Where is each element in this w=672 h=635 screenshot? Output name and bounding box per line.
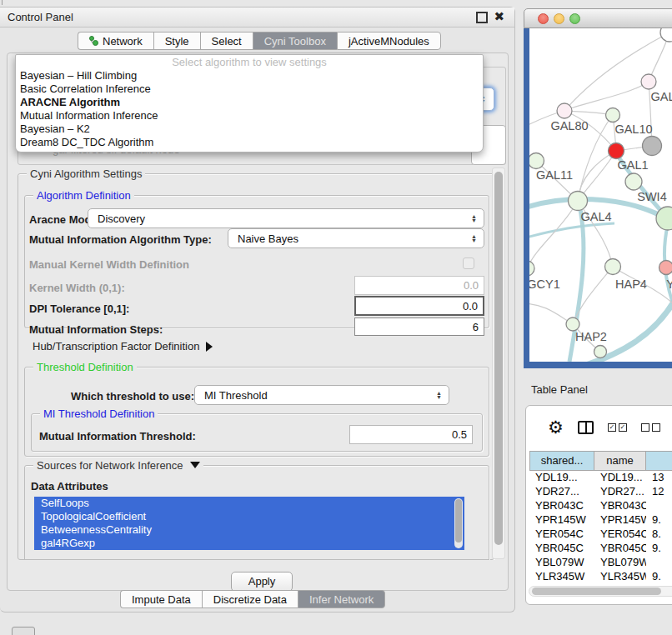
data-attributes-list[interactable]: SelfLoopsTopologicalCoefficientBetweenne… bbox=[34, 497, 464, 550]
node-table: shared...nameYDL19...YDL19...13YDR27...Y… bbox=[529, 451, 672, 598]
node-label: GAL11 bbox=[536, 168, 573, 182]
which-threshold-select[interactable]: MI Threshold ▲▼ bbox=[194, 385, 449, 405]
mi-algorithm-type-select[interactable]: Naive Bayes ▲▼ bbox=[228, 228, 484, 248]
collapsed-arrow-icon bbox=[206, 342, 213, 352]
algorithm-option[interactable]: Basic Correlation Inference bbox=[16, 82, 483, 96]
tab-jactivemnodules[interactable]: jActiveMNodules bbox=[337, 32, 441, 50]
attribute-item[interactable]: gal4RGexp bbox=[34, 537, 464, 550]
network-node-hap2[interactable] bbox=[566, 318, 579, 331]
network-node-gal10[interactable] bbox=[606, 108, 620, 122]
select-all-columns-icon[interactable]: ✓✓ bbox=[608, 423, 627, 432]
table-hscrollbar[interactable] bbox=[529, 586, 672, 597]
network-window-titlebar[interactable] bbox=[524, 8, 672, 28]
network-node-gal4[interactable] bbox=[569, 192, 588, 211]
tab-select[interactable]: Select bbox=[200, 32, 253, 50]
network-node-swi4[interactable] bbox=[625, 173, 642, 190]
network-node[interactable] bbox=[660, 28, 672, 42]
network-node-hap4[interactable] bbox=[605, 259, 621, 275]
network-node-gal80[interactable] bbox=[557, 103, 572, 118]
control-panel-titlebar[interactable]: Control Panel ✖ bbox=[0, 8, 514, 28]
column-header[interactable] bbox=[646, 451, 672, 471]
table-cell: YBR045C bbox=[594, 542, 646, 556]
attribute-item[interactable]: BetweennessCentrality bbox=[34, 523, 464, 537]
node-label: GCY1 bbox=[529, 278, 560, 291]
table-cell bbox=[646, 556, 672, 570]
tab-infer-network[interactable]: Infer Network bbox=[298, 590, 385, 608]
table-cell: 12 bbox=[646, 485, 672, 499]
sources-title-toggle[interactable]: Sources for Network Inference bbox=[33, 459, 203, 472]
dpi-tolerance-input[interactable]: 0.0 bbox=[354, 296, 484, 316]
table-row[interactable]: YER054CYER054C8. bbox=[529, 528, 672, 542]
table-row[interactable]: YDR27...YDR27...12 bbox=[529, 485, 672, 499]
network-node-gal11[interactable] bbox=[529, 153, 544, 169]
apply-button[interactable]: Apply bbox=[231, 572, 293, 592]
settings-scrollbar[interactable] bbox=[492, 168, 505, 559]
network-node[interactable] bbox=[594, 346, 607, 358]
network-node-gal1[interactable] bbox=[609, 143, 624, 159]
attributes-scrollbar[interactable] bbox=[454, 498, 463, 548]
table-row[interactable]: YBR043CYBR043C bbox=[529, 499, 672, 513]
close-icon[interactable]: ✖ bbox=[494, 12, 504, 22]
tab-discretize-data[interactable]: Discretize Data bbox=[202, 590, 298, 608]
table-cell: YBR043C bbox=[594, 499, 646, 513]
algorithm-option[interactable]: ARACNE Algorithm bbox=[16, 96, 483, 109]
hub-definition-toggle[interactable]: Hub/Transcription Factor Definition bbox=[33, 340, 213, 352]
table-cell: YDL19... bbox=[529, 471, 594, 485]
columns-icon[interactable] bbox=[578, 421, 594, 434]
kernel-width-label: Kernel Width (0,1): bbox=[29, 282, 125, 294]
minimize-traffic-light-icon[interactable] bbox=[554, 13, 564, 24]
table-row[interactable]: YBR045CYBR045C9. bbox=[529, 542, 672, 556]
float-window-icon[interactable] bbox=[476, 12, 488, 23]
mi-steps-input[interactable]: 6 bbox=[354, 318, 484, 336]
kernel-width-input[interactable]: 0.0 bbox=[354, 276, 484, 295]
network-node-y[interactable] bbox=[659, 261, 672, 275]
table-cell: YBL079W bbox=[594, 556, 646, 570]
table-row[interactable]: YBL079WYBL079W bbox=[529, 556, 672, 570]
network-canvas[interactable]: GALGAL80GAL10GAL1GAL11SWI4GAL4GCY1HAP4YH… bbox=[529, 28, 672, 362]
group-title: Threshold Definition bbox=[33, 361, 137, 373]
group-title: Algorithm Definition bbox=[33, 189, 134, 202]
cyni-mode-tab-bar: Impute DataDiscretize DataInfer Network bbox=[120, 590, 385, 608]
panel-title: Control Panel bbox=[8, 11, 73, 23]
mi-threshold-input[interactable]: 0.5 bbox=[349, 425, 473, 444]
manual-kernel-width-checkbox[interactable] bbox=[463, 258, 474, 269]
gear-icon[interactable]: ⚙ bbox=[548, 418, 564, 438]
table-cell: YPR145W bbox=[529, 513, 594, 528]
column-header[interactable]: name bbox=[594, 451, 646, 471]
algorithm-option[interactable]: Bayesian – Hill Climbing bbox=[16, 69, 483, 82]
table-row[interactable]: YLR345WYLR345W9. bbox=[529, 570, 672, 584]
mi-threshold-label: Mutual Information Threshold: bbox=[39, 430, 196, 442]
algorithm-option[interactable]: Dream8 DC_TDC Algorithm bbox=[16, 136, 483, 149]
bottom-button-fragment[interactable] bbox=[12, 627, 35, 635]
network-node-gcy1[interactable] bbox=[529, 261, 534, 276]
hub-definition-label: Hub/Transcription Factor Definition bbox=[33, 340, 199, 352]
network-node-gal[interactable] bbox=[641, 74, 656, 89]
mi-steps-label: Mutual Information Steps: bbox=[29, 323, 163, 336]
tab-network[interactable]: Network bbox=[78, 32, 153, 50]
tab-style[interactable]: Style bbox=[153, 32, 200, 50]
deselect-all-columns-icon[interactable] bbox=[641, 423, 660, 432]
table-cell: YBR045C bbox=[529, 542, 594, 556]
algorithm-option[interactable]: Bayesian – K2 bbox=[16, 122, 483, 136]
network-node[interactable] bbox=[643, 137, 662, 156]
node-label: GAL4 bbox=[580, 210, 611, 223]
which-threshold-label: Which threshold to use: bbox=[71, 390, 194, 402]
table-cell: YLR345W bbox=[594, 570, 646, 584]
sources-title: Sources for Network Inference bbox=[37, 459, 183, 472]
close-traffic-light-icon[interactable] bbox=[538, 13, 549, 24]
aracne-mode-select[interactable]: Discovery ▲▼ bbox=[88, 208, 484, 228]
node-label: SWI4 bbox=[637, 190, 666, 203]
attribute-item[interactable]: TopologicalCoefficient bbox=[34, 510, 464, 523]
tab-impute-data[interactable]: Impute Data bbox=[120, 590, 202, 608]
divider bbox=[2, 0, 3, 5]
table-row[interactable]: YDL19...YDL19...13 bbox=[529, 471, 672, 485]
stepper-icon: ▲▼ bbox=[436, 391, 442, 400]
zoom-traffic-light-icon[interactable] bbox=[569, 13, 580, 24]
column-header[interactable]: shared... bbox=[529, 451, 594, 471]
algorithm-option[interactable]: Mutual Information Inference bbox=[16, 109, 483, 122]
table-cell: 8. bbox=[646, 528, 672, 542]
tab-cyni-toolbox[interactable]: Cyni Toolbox bbox=[253, 32, 337, 50]
attribute-item[interactable]: SelfLoops bbox=[34, 497, 464, 510]
table-row[interactable]: YPR145WYPR145W9. bbox=[529, 513, 672, 528]
network-view-window: GALGAL80GAL10GAL1GAL11SWI4GAL4GCY1HAP4YH… bbox=[524, 8, 672, 368]
